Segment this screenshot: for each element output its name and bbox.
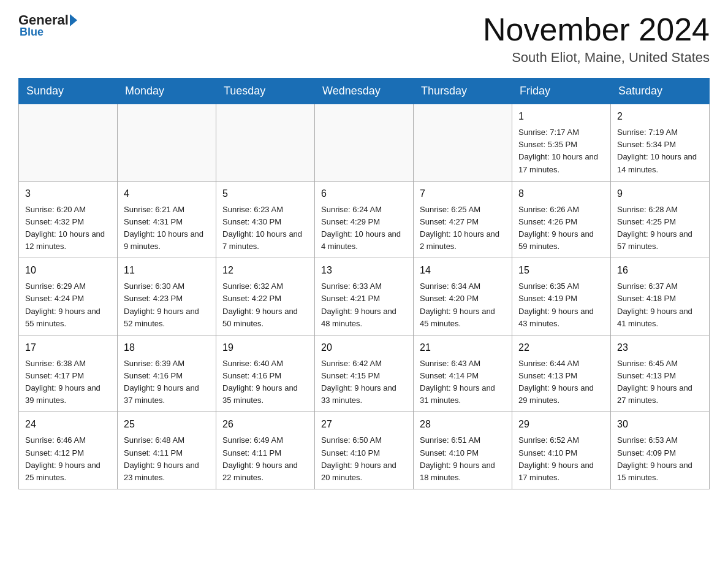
week-row-1: 1Sunrise: 7:17 AMSunset: 5:35 PMDaylight… [19, 104, 710, 182]
day-number: 12 [222, 263, 308, 278]
table-row [315, 104, 414, 182]
day-info: Sunrise: 6:42 AMSunset: 4:15 PMDaylight:… [321, 358, 407, 407]
day-info: Sunrise: 6:50 AMSunset: 4:10 PMDaylight:… [321, 434, 407, 484]
day-info: Sunrise: 6:29 AMSunset: 4:24 PMDaylight:… [25, 280, 111, 330]
page-header: General Blue November 2024 South Eliot, … [18, 12, 710, 66]
week-row-3: 10Sunrise: 6:29 AMSunset: 4:24 PMDayligh… [19, 258, 710, 335]
day-number: 22 [518, 340, 604, 355]
day-number: 29 [518, 417, 604, 432]
month-title: November 2024 [483, 12, 710, 47]
day-info: Sunrise: 6:28 AMSunset: 4:25 PMDaylight:… [617, 204, 703, 253]
table-row [414, 104, 512, 182]
table-row: 28Sunrise: 6:51 AMSunset: 4:10 PMDayligh… [414, 412, 512, 489]
day-number: 5 [222, 186, 308, 201]
table-row [19, 104, 118, 182]
day-info: Sunrise: 6:46 AMSunset: 4:12 PMDaylight:… [25, 434, 111, 484]
day-number: 13 [321, 263, 407, 278]
day-number: 24 [25, 417, 111, 432]
day-info: Sunrise: 6:25 AMSunset: 4:27 PMDaylight:… [420, 204, 506, 253]
table-row: 23Sunrise: 6:45 AMSunset: 4:13 PMDayligh… [611, 335, 710, 412]
table-row [216, 104, 315, 182]
day-number: 11 [124, 263, 210, 278]
table-row [118, 104, 216, 182]
day-number: 21 [420, 340, 506, 355]
day-number: 20 [321, 340, 407, 355]
location-subtitle: South Eliot, Maine, United States [483, 50, 710, 66]
table-row: 19Sunrise: 6:40 AMSunset: 4:16 PMDayligh… [216, 335, 315, 412]
day-info: Sunrise: 6:52 AMSunset: 4:10 PMDaylight:… [518, 434, 604, 484]
day-number: 8 [518, 186, 604, 201]
day-number: 16 [617, 263, 703, 278]
day-info: Sunrise: 6:51 AMSunset: 4:10 PMDaylight:… [420, 434, 506, 484]
header-wednesday: Wednesday [315, 79, 414, 104]
week-row-4: 17Sunrise: 6:38 AMSunset: 4:17 PMDayligh… [19, 335, 710, 412]
logo-arrow-icon [70, 14, 77, 26]
table-row: 4Sunrise: 6:21 AMSunset: 4:31 PMDaylight… [118, 181, 216, 258]
weekday-header-row: Sunday Monday Tuesday Wednesday Thursday… [19, 79, 710, 104]
day-info: Sunrise: 6:53 AMSunset: 4:09 PMDaylight:… [617, 434, 703, 484]
table-row: 7Sunrise: 6:25 AMSunset: 4:27 PMDaylight… [414, 181, 512, 258]
day-number: 15 [518, 263, 604, 278]
table-row: 9Sunrise: 6:28 AMSunset: 4:25 PMDaylight… [611, 181, 710, 258]
day-info: Sunrise: 6:44 AMSunset: 4:13 PMDaylight:… [518, 358, 604, 407]
table-row: 15Sunrise: 6:35 AMSunset: 4:19 PMDayligh… [512, 258, 611, 335]
day-number: 9 [617, 186, 703, 201]
day-number: 25 [124, 417, 210, 432]
day-number: 10 [25, 263, 111, 278]
day-info: Sunrise: 6:34 AMSunset: 4:20 PMDaylight:… [420, 280, 506, 330]
table-row: 17Sunrise: 6:38 AMSunset: 4:17 PMDayligh… [19, 335, 118, 412]
day-number: 7 [420, 186, 506, 201]
day-number: 30 [617, 417, 703, 432]
table-row: 24Sunrise: 6:46 AMSunset: 4:12 PMDayligh… [19, 412, 118, 489]
day-info: Sunrise: 7:17 AMSunset: 5:35 PMDaylight:… [518, 126, 604, 176]
day-number: 18 [124, 340, 210, 355]
day-info: Sunrise: 6:23 AMSunset: 4:30 PMDaylight:… [222, 204, 308, 253]
calendar-table: Sunday Monday Tuesday Wednesday Thursday… [18, 78, 710, 489]
table-row: 21Sunrise: 6:43 AMSunset: 4:14 PMDayligh… [414, 335, 512, 412]
day-number: 26 [222, 417, 308, 432]
day-info: Sunrise: 6:32 AMSunset: 4:22 PMDaylight:… [222, 280, 308, 330]
table-row: 5Sunrise: 6:23 AMSunset: 4:30 PMDaylight… [216, 181, 315, 258]
header-thursday: Thursday [414, 79, 512, 104]
week-row-5: 24Sunrise: 6:46 AMSunset: 4:12 PMDayligh… [19, 412, 710, 489]
day-number: 23 [617, 340, 703, 355]
day-info: Sunrise: 6:20 AMSunset: 4:32 PMDaylight:… [25, 204, 111, 253]
day-info: Sunrise: 6:48 AMSunset: 4:11 PMDaylight:… [124, 434, 210, 484]
day-info: Sunrise: 6:30 AMSunset: 4:23 PMDaylight:… [124, 280, 210, 330]
header-tuesday: Tuesday [216, 79, 315, 104]
day-number: 19 [222, 340, 308, 355]
day-info: Sunrise: 6:38 AMSunset: 4:17 PMDaylight:… [25, 358, 111, 407]
day-number: 2 [617, 109, 703, 124]
table-row: 30Sunrise: 6:53 AMSunset: 4:09 PMDayligh… [611, 412, 710, 489]
logo-area: General Blue [18, 12, 78, 39]
day-number: 1 [518, 109, 604, 124]
table-row: 14Sunrise: 6:34 AMSunset: 4:20 PMDayligh… [414, 258, 512, 335]
table-row: 20Sunrise: 6:42 AMSunset: 4:15 PMDayligh… [315, 335, 414, 412]
table-row: 18Sunrise: 6:39 AMSunset: 4:16 PMDayligh… [118, 335, 216, 412]
table-row: 11Sunrise: 6:30 AMSunset: 4:23 PMDayligh… [118, 258, 216, 335]
table-row: 25Sunrise: 6:48 AMSunset: 4:11 PMDayligh… [118, 412, 216, 489]
day-info: Sunrise: 6:37 AMSunset: 4:18 PMDaylight:… [617, 280, 703, 330]
header-friday: Friday [512, 79, 611, 104]
table-row: 3Sunrise: 6:20 AMSunset: 4:32 PMDaylight… [19, 181, 118, 258]
table-row: 1Sunrise: 7:17 AMSunset: 5:35 PMDaylight… [512, 104, 611, 182]
table-row: 6Sunrise: 6:24 AMSunset: 4:29 PMDaylight… [315, 181, 414, 258]
day-info: Sunrise: 6:40 AMSunset: 4:16 PMDaylight:… [222, 358, 308, 407]
day-info: Sunrise: 6:49 AMSunset: 4:11 PMDaylight:… [222, 434, 308, 484]
day-info: Sunrise: 6:26 AMSunset: 4:26 PMDaylight:… [518, 204, 604, 253]
table-row: 29Sunrise: 6:52 AMSunset: 4:10 PMDayligh… [512, 412, 611, 489]
table-row: 16Sunrise: 6:37 AMSunset: 4:18 PMDayligh… [611, 258, 710, 335]
day-info: Sunrise: 6:39 AMSunset: 4:16 PMDaylight:… [124, 358, 210, 407]
logo-blue-text: Blue [18, 26, 44, 39]
table-row: 12Sunrise: 6:32 AMSunset: 4:22 PMDayligh… [216, 258, 315, 335]
day-number: 6 [321, 186, 407, 201]
table-row: 13Sunrise: 6:33 AMSunset: 4:21 PMDayligh… [315, 258, 414, 335]
table-row: 27Sunrise: 6:50 AMSunset: 4:10 PMDayligh… [315, 412, 414, 489]
table-row: 8Sunrise: 6:26 AMSunset: 4:26 PMDaylight… [512, 181, 611, 258]
table-row: 2Sunrise: 7:19 AMSunset: 5:34 PMDaylight… [611, 104, 710, 182]
day-info: Sunrise: 6:24 AMSunset: 4:29 PMDaylight:… [321, 204, 407, 253]
header-monday: Monday [118, 79, 216, 104]
day-info: Sunrise: 6:35 AMSunset: 4:19 PMDaylight:… [518, 280, 604, 330]
day-info: Sunrise: 6:33 AMSunset: 4:21 PMDaylight:… [321, 280, 407, 330]
header-sunday: Sunday [19, 79, 118, 104]
